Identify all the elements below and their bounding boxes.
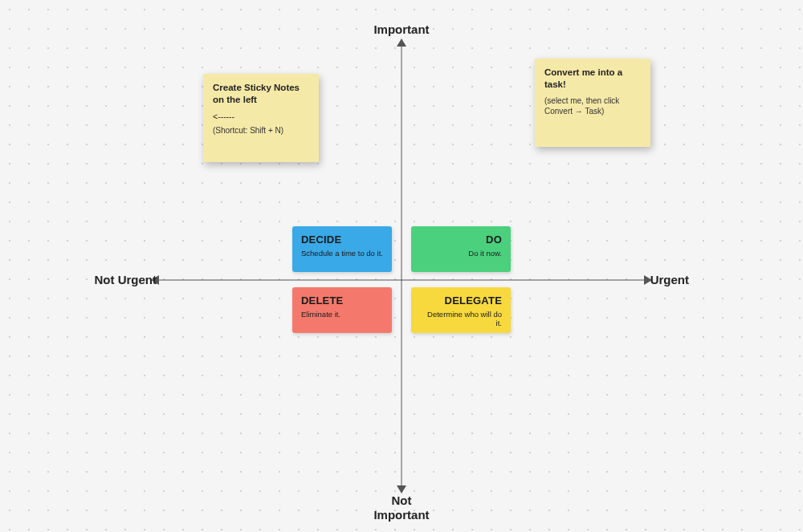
arrow-down-icon — [397, 485, 406, 493]
quadrant-card-delete[interactable]: DELETE Eliminate it. — [292, 287, 392, 333]
quadrant-subtitle: Schedule a time to do it. — [301, 249, 383, 258]
quadrant-subtitle: Determine who will do it. — [420, 310, 502, 328]
sticky-subtext: (select me, then click Convert → Task) — [544, 95, 641, 117]
axis-label-important: Important — [373, 22, 429, 37]
quadrant-subtitle: Do it now. — [420, 249, 502, 258]
sticky-arrow-text: <------ — [213, 111, 309, 122]
quadrant-card-decide[interactable]: DECIDE Schedule a time to do it. — [292, 226, 392, 272]
axis-label-urgent: Urgent — [650, 273, 689, 287]
sticky-title: Convert me into a task! — [544, 67, 641, 91]
quadrant-title: DO — [420, 234, 502, 246]
quadrant-title: DELETE — [301, 294, 383, 307]
quadrant-title: DELEGATE — [420, 294, 502, 307]
axis-label-not-urgent: Not Urgent — [92, 273, 157, 287]
horizontal-axis — [157, 280, 646, 281]
sticky-note-create[interactable]: Create Sticky Notes on the left <------ … — [203, 74, 319, 162]
vertical-axis — [402, 44, 402, 488]
arrow-up-icon — [397, 39, 406, 47]
sticky-title: Create Sticky Notes on the left — [213, 82, 309, 106]
quadrant-card-do[interactable]: DO Do it now. — [411, 226, 511, 272]
sticky-subtext: (Shortcut: Shift + N) — [213, 125, 309, 136]
sticky-note-convert[interactable]: Convert me into a task! (select me, then… — [535, 59, 650, 147]
axis-label-not-important: Not Important — [373, 493, 429, 522]
quadrant-card-delegate[interactable]: DELEGATE Determine who will do it. — [411, 287, 511, 333]
quadrant-subtitle: Eliminate it. — [301, 310, 383, 319]
quadrant-title: DECIDE — [301, 234, 383, 246]
